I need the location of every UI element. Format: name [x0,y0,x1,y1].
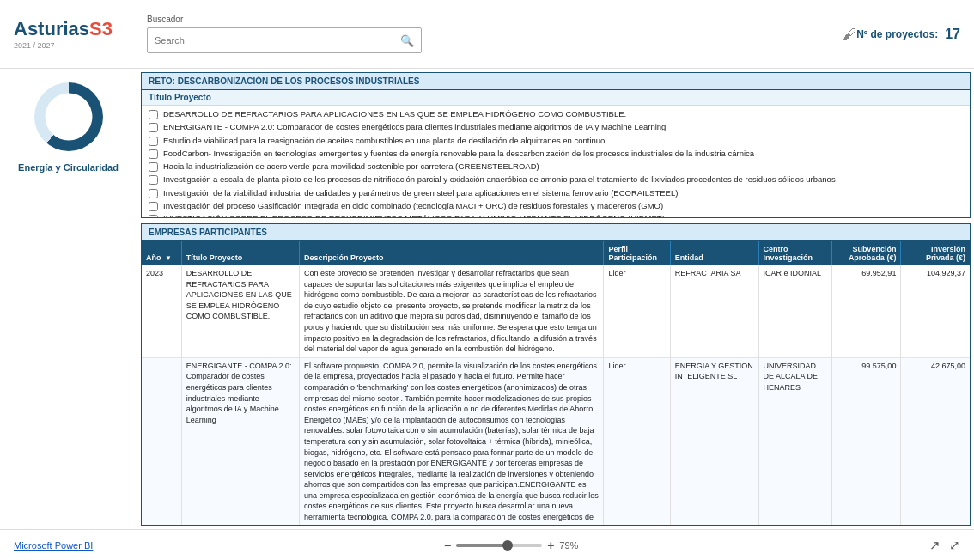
content-area: Energía y Circularidad RETO: DESCARBONIZ… [0,69,974,529]
logo-s3: S3 [89,18,113,40]
checklist-item: INVESTIGACIÓN SOBRE EL PROCESO DE RECUBR… [142,212,970,217]
cell-inversion: 42.675,00 [901,357,970,525]
checklist-checkbox[interactable] [149,123,158,132]
col-header-entidad: Entidad [670,241,758,265]
checklist-checkbox[interactable] [149,162,158,172]
checklist-box: RETO: DESCARBONIZACIÓN DE LOS PROCESOS I… [141,72,971,218]
checklist-checkbox[interactable] [149,202,158,211]
col-header-inversion: InversiónPrivada (€) [901,241,970,265]
search-label: Buscador [147,15,422,24]
logo-years: 2021 / 2027 [14,41,55,50]
search-area: Buscador 🔍 [147,15,422,53]
sort-arrow-ano: ▼ [165,254,172,262]
checklist-item: DESARROLLO DE REFRACTARIOS PARA APLICACI… [142,107,970,120]
col-header-titulo: Título Proyecto [181,241,299,265]
table-wrapper[interactable]: Año ▼ Título Proyecto Descripción Proyec… [142,241,970,525]
checklist-checkbox[interactable] [149,189,158,198]
checklist-item: Investigación a escala de planta piloto … [142,173,970,186]
search-input[interactable] [155,35,400,46]
cell-ano [142,357,181,525]
project-count-area: Nº de proyectos: 17 [856,27,960,42]
brush-icon[interactable]: 🖌 [843,27,856,42]
cell-descripcion: Con este proyecto se pretenden investiga… [299,265,604,357]
zoom-controls: − + 79% [444,539,578,552]
header: Asturias S3 2021 / 2027 Buscador 🔍 🖌 Nº … [0,0,974,69]
sidebar-chart [34,82,103,151]
zoom-plus-button[interactable]: + [547,539,554,552]
col-header-perfil: PerfilParticipación [604,241,670,265]
main-container: Asturias S3 2021 / 2027 Buscador 🔍 🖌 Nº … [0,0,974,560]
cell-titulo: ENERGIGANTE - COMPA 2.0: Comparador de c… [181,357,299,525]
checklist-item: Hacia la industrialización de acero verd… [142,160,970,173]
cell-subvencion: 69.952,91 [832,265,901,357]
cell-entidad: REFRACTARIA SA [670,265,758,357]
zoom-minus-button[interactable]: − [444,539,451,552]
cell-entidad: ENERGIA Y GESTION INTELIGENTE SL [670,357,758,525]
table-head: Año ▼ Título Proyecto Descripción Proyec… [142,241,970,265]
sidebar: Energía y Circularidad [0,69,137,529]
col-header-centro: CentroInvestigación [758,241,832,265]
footer: Microsoft Power BI − + 79% ↗ ⤢ [0,529,974,560]
checklist-subheader: Título Proyecto [142,90,970,106]
col-header-ano[interactable]: Año ▼ [142,241,181,265]
checklist-item: FoodCarbon- Investigación en tecnologías… [142,147,970,160]
sidebar-title: Energía y Circularidad [18,161,119,174]
checklist-items: DESARROLLO DE REFRACTARIOS PARA APLICACI… [142,106,970,217]
table-section: EMPRESAS PARTICIPANTES Año ▼ Título Proy… [141,223,971,526]
projects-table: Año ▼ Título Proyecto Descripción Proyec… [142,241,970,525]
cell-ano: 2023 [142,265,181,357]
footer-right-icons: ↗ ⤢ [929,538,960,553]
checklist-item-text: Investigación a escala de planta piloto … [163,173,836,185]
checklist-checkbox[interactable] [149,149,158,159]
cell-perfil: Lider [604,265,670,357]
col-header-desc: Descripción Proyecto [299,241,604,265]
search-icon: 🔍 [400,34,414,47]
logo-area: Asturias S3 2021 / 2027 [14,18,113,50]
project-count-value: 17 [945,27,960,42]
checklist-item-text: Investigación de la viabilidad industria… [163,187,678,198]
table-row: 2023DESARROLLO DE REFRACTARIOS PARA APLI… [142,265,970,357]
checklist-item: Estudio de viabilidad para la reasignaci… [142,134,970,147]
zoom-track [456,544,508,547]
checklist-item-text: Estudio de viabilidad para la reasignaci… [163,135,607,146]
cell-descripcion: El software propuesto, COMPA 2.0, permit… [299,357,604,525]
checklist-checkbox[interactable] [149,137,158,146]
table-section-label: EMPRESAS PARTICIPANTES [142,224,970,241]
checklist-item: ENERGIGANTE - COMPA 2.0: Comparador de c… [142,120,970,133]
checklist-item: Investigación del proceso Gasificación I… [142,199,970,212]
checklist-checkbox[interactable] [149,175,158,185]
table-row: ENERGIGANTE - COMPA 2.0: Comparador de c… [142,357,970,525]
cell-perfil: Lider [604,357,670,525]
table-body: 2023DESARROLLO DE REFRACTARIOS PARA APLI… [142,265,970,525]
logo: Asturias S3 [14,18,113,40]
cell-subvencion: 99.575,00 [832,357,901,525]
checklist-item-text: Investigación del proceso Gasificación I… [163,200,663,211]
cell-centro: UNIVERSIDAD DE ALCALA DE HENARES [758,357,832,525]
cell-inversion: 104.929,37 [901,265,970,357]
cell-centro: ICAR e IDONIAL [758,265,832,357]
right-panel: RETO: DESCARBONIZACIÓN DE LOS PROCESOS I… [137,69,974,529]
col-header-subvencion: SubvenciónAprobada (€) [832,241,901,265]
checklist-checkbox[interactable] [149,110,158,119]
share-icon[interactable]: ↗ [929,538,941,553]
expand-icon[interactable]: ⤢ [949,538,960,553]
checklist-item: Investigación de la viabilidad industria… [142,186,970,199]
checklist-item-text: Hacia la industrialización de acero verd… [163,161,539,172]
search-box: 🔍 [147,27,422,53]
checklist-item-text: FoodCarbon- Investigación en tecnologías… [163,148,754,159]
checklist-header: RETO: DESCARBONIZACIÓN DE LOS PROCESOS I… [142,73,970,90]
checklist-item-text: INVESTIGACIÓN SOBRE EL PROCESO DE RECUBR… [163,213,665,217]
zoom-value: 79% [559,540,578,551]
power-bi-link[interactable]: Microsoft Power BI [14,540,93,551]
sidebar-circle-inner [45,94,92,141]
cell-titulo: DESARROLLO DE REFRACTARIOS PARA APLICACI… [181,265,299,357]
zoom-thumb[interactable] [502,540,513,551]
checklist-item-text: ENERGIGANTE - COMPA 2.0: Comparador de c… [163,121,666,132]
checklist-item-text: DESARROLLO DE REFRACTARIOS PARA APLICACI… [163,108,626,119]
checklist-checkbox[interactable] [149,215,158,217]
zoom-slider[interactable] [456,544,542,547]
logo-asturias: Asturias [14,18,89,40]
project-count-label: Nº de proyectos: [856,28,938,40]
